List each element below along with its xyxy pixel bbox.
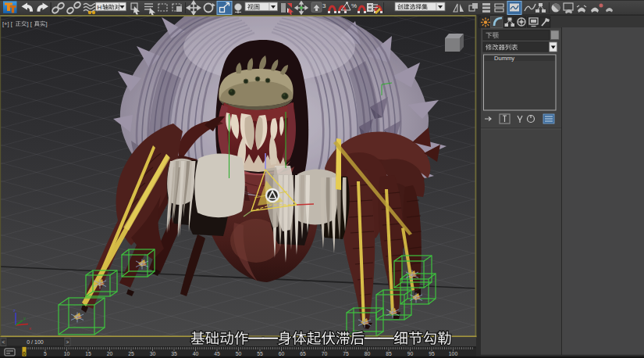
svg-text:%: % — [351, 2, 357, 9]
svg-text:y: y — [23, 316, 26, 320]
svg-text:Dummy: Dummy — [494, 55, 514, 62]
svg-text:80: 80 — [365, 351, 371, 356]
svg-text:>: > — [66, 339, 69, 345]
svg-text:60: 60 — [279, 351, 285, 356]
svg-text:45: 45 — [214, 351, 220, 356]
svg-text:35: 35 — [171, 351, 177, 356]
svg-text:]: ] — [46, 20, 48, 27]
svg-text:50: 50 — [236, 351, 242, 356]
svg-text:25: 25 — [128, 351, 134, 356]
svg-text:H: H — [98, 4, 102, 11]
svg-text:] [: ] [ — [27, 20, 33, 27]
svg-text:90: 90 — [407, 351, 414, 356]
svg-text:55: 55 — [257, 351, 263, 356]
svg-text:5: 5 — [44, 351, 47, 356]
svg-text:100: 100 — [449, 351, 458, 356]
svg-text:75: 75 — [343, 351, 349, 356]
svg-text:0 / 100: 0 / 100 — [27, 339, 44, 345]
svg-text:<: < — [2, 339, 5, 345]
svg-text:z: z — [13, 308, 16, 313]
svg-text:30: 30 — [150, 351, 156, 356]
svg-text:x: x — [29, 326, 31, 331]
svg-text:20: 20 — [107, 351, 113, 356]
svg-text:[+] [: [+] [ — [2, 20, 13, 27]
svg-text:65: 65 — [300, 351, 306, 356]
svg-text:10: 10 — [64, 351, 70, 356]
svg-text:40: 40 — [193, 351, 199, 356]
svg-text:95: 95 — [429, 351, 435, 356]
svg-text:70: 70 — [322, 351, 328, 356]
svg-text:3: 3 — [322, 2, 326, 9]
svg-text:15: 15 — [85, 351, 91, 356]
svg-text:85: 85 — [386, 351, 392, 356]
svg-text:0: 0 — [23, 351, 26, 356]
